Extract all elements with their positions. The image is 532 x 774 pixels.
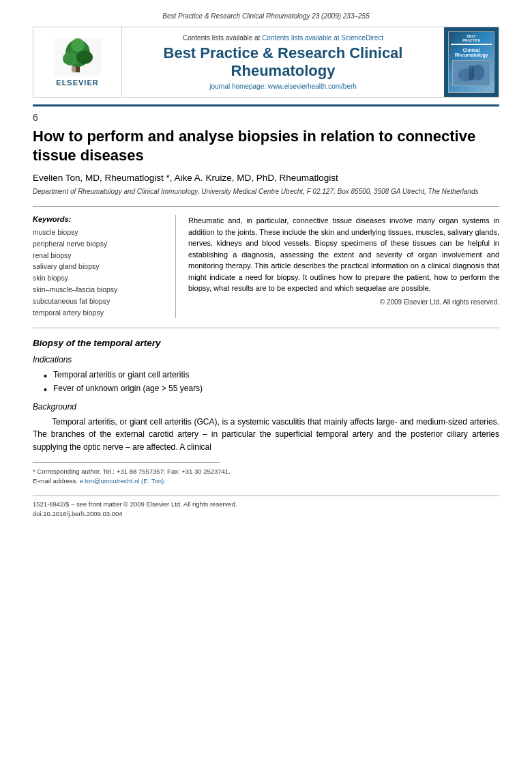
page: Best Practice & Research Clinical Rheuma… <box>0 0 532 774</box>
footnote-email: E-mail address: e.ton@umcutrecht.nl (E. … <box>33 476 499 486</box>
journal-cover-area: BESTPRACTICE ClinicalRheumatology <box>444 27 499 97</box>
footnote-corresponding: * Corresponding author. Tel.: +31 88 755… <box>33 467 499 476</box>
keyword-item: peripheral nerve biopsy <box>33 238 166 250</box>
section-heading-temporal: Biopsy of the temporal artery <box>33 338 499 348</box>
sciencedirect-link[interactable]: Contents lists available at ScienceDirec… <box>262 34 383 42</box>
journal-header-box: ELSEVIER Contents lists available at Con… <box>33 27 499 98</box>
body-top-rule <box>33 328 499 328</box>
authors: Evelien Ton, MD, Rheumatlogist *, Aike A… <box>33 173 499 183</box>
article-title: How to perform and analyse biopsies in r… <box>33 127 499 164</box>
keyword-item: skin biopsy <box>33 272 166 284</box>
background-paragraph: Temporal arteritis, or giant cell arteri… <box>33 416 499 454</box>
keyword-item: temporal artery biopsy <box>33 307 166 319</box>
elsevier-tree-icon <box>54 38 102 76</box>
abstract-top-rule <box>33 206 499 207</box>
svg-point-5 <box>71 38 85 52</box>
keyword-item: renal biopsy <box>33 250 166 261</box>
email-label: E-mail address: <box>33 477 78 485</box>
abstract-section: Keywords: muscle biopsy peripheral nerve… <box>33 215 499 318</box>
doi-line: doi:10.1016/j.berh.2009.03.004 <box>33 509 499 519</box>
journal-homepage[interactable]: journal homepage: www.elsevierhealth.com… <box>209 83 357 90</box>
elsevier-logo-area: ELSEVIER <box>33 27 122 97</box>
contents-available-line: Contents lists available at Contents lis… <box>183 34 383 42</box>
footnote-rule <box>33 462 220 463</box>
cover-clinical-label: ClinicalRheumatology <box>455 48 488 57</box>
abstract-text: Rheumatic and, in particular, connective… <box>188 215 499 294</box>
svg-point-4 <box>76 51 93 64</box>
elsevier-wordmark: ELSEVIER <box>56 78 98 87</box>
journal-header-line: Best Practice & Research Clinical Rheuma… <box>33 12 499 20</box>
keyword-item: subcutaneous fat biopsy <box>33 296 166 307</box>
journal-title-area: Contents lists available at Contents lis… <box>122 27 444 97</box>
journal-title: Best Practice & Research Clinical Rheuma… <box>164 44 403 81</box>
cover-best-label: BESTPRACTICE <box>462 35 480 42</box>
cover-illustration <box>453 60 490 86</box>
abstract-column: Rheumatic and, in particular, connective… <box>188 215 499 318</box>
indication-item: Temporal arteritis or giant cell arterit… <box>44 369 499 382</box>
journal-cover-image: BESTPRACTICE ClinicalRheumatology <box>448 31 494 93</box>
indications-subheading: Indications <box>33 355 499 364</box>
header-rule <box>33 104 499 106</box>
email-address: e.ton@umcutrecht.nl (E. Ton). <box>80 477 166 485</box>
keyword-item: muscle biopsy <box>33 227 166 238</box>
keywords-list: muscle biopsy peripheral nerve biopsy re… <box>33 227 166 318</box>
journal-citation: Best Practice & Research Clinical Rheuma… <box>162 12 370 20</box>
affiliation: Department of Rheumatology and Clinical … <box>33 187 499 197</box>
keywords-column: Keywords: muscle biopsy peripheral nerve… <box>33 215 176 318</box>
keyword-item: salivary gland biopsy <box>33 261 166 272</box>
bottom-rule <box>33 496 499 496</box>
svg-rect-10 <box>469 66 474 80</box>
keyword-item: skin–muscle–fascia biopsy <box>33 284 166 296</box>
article-number: 6 <box>33 112 499 123</box>
indications-list: Temporal arteritis or giant cell arterit… <box>33 369 499 395</box>
svg-rect-6 <box>72 66 77 72</box>
elsevier-logo: ELSEVIER <box>54 38 102 87</box>
indication-item: Fever of unknown origin (age > 55 years) <box>44 382 499 395</box>
background-subheading: Background <box>33 402 499 412</box>
keywords-label: Keywords: <box>33 215 166 223</box>
copyright-line: © 2009 Elsevier Ltd. All rights reserved… <box>188 298 499 306</box>
issn-line: 1521-6942/$ – see front matter © 2009 El… <box>33 500 499 509</box>
